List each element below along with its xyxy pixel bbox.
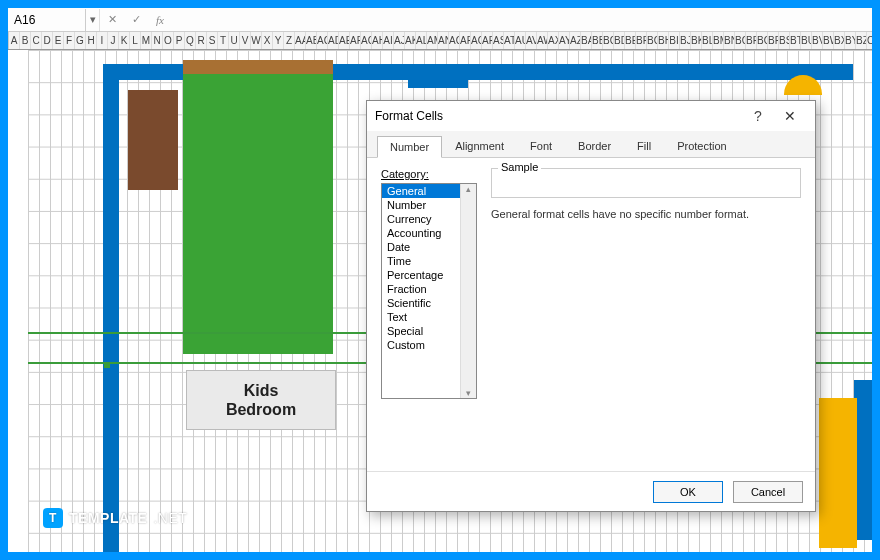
column-header[interactable]: B — [20, 32, 31, 49]
tab-border[interactable]: Border — [565, 135, 624, 157]
room-label-kids-bedroom[interactable]: Kids Bedroom — [186, 370, 336, 430]
column-header[interactable]: BS — [779, 32, 790, 49]
column-header[interactable]: D — [42, 32, 53, 49]
column-header[interactable]: M — [141, 32, 152, 49]
column-header[interactable]: BT — [790, 32, 801, 49]
column-header[interactable]: V — [240, 32, 251, 49]
column-header[interactable]: AK — [405, 32, 416, 49]
column-header[interactable]: AG — [361, 32, 372, 49]
ok-button[interactable]: OK — [653, 481, 723, 503]
column-header[interactable]: CA — [867, 32, 872, 49]
tab-fill[interactable]: Fill — [624, 135, 664, 157]
column-header[interactable]: N — [152, 32, 163, 49]
column-header[interactable]: BQ — [757, 32, 768, 49]
column-header[interactable]: T — [218, 32, 229, 49]
dialog-close-button[interactable]: ✕ — [773, 108, 807, 124]
column-header[interactable]: AU — [515, 32, 526, 49]
column-header[interactable]: BH — [658, 32, 669, 49]
column-header[interactable]: BF — [636, 32, 647, 49]
column-header[interactable]: BP — [746, 32, 757, 49]
cancel-button[interactable]: Cancel — [733, 481, 803, 503]
column-header[interactable]: BG — [647, 32, 658, 49]
column-header[interactable]: AV — [526, 32, 537, 49]
column-header[interactable]: BK — [691, 32, 702, 49]
column-header[interactable]: H — [86, 32, 97, 49]
column-header[interactable]: AW — [537, 32, 548, 49]
column-header[interactable]: O — [163, 32, 174, 49]
column-header[interactable]: BM — [713, 32, 724, 49]
column-header[interactable]: BR — [768, 32, 779, 49]
column-header[interactable]: AM — [427, 32, 438, 49]
column-header[interactable]: S — [207, 32, 218, 49]
column-header[interactable]: AN — [438, 32, 449, 49]
tab-protection[interactable]: Protection — [664, 135, 740, 157]
column-header[interactable]: BY — [845, 32, 856, 49]
scroll-up-icon[interactable]: ▴ — [466, 184, 471, 194]
column-header[interactable]: AT — [504, 32, 515, 49]
category-listbox[interactable]: GeneralNumberCurrencyAccountingDateTimeP… — [381, 183, 477, 399]
column-header[interactable]: AR — [482, 32, 493, 49]
column-header[interactable]: BW — [823, 32, 834, 49]
column-header[interactable]: BB — [592, 32, 603, 49]
column-header[interactable]: P — [174, 32, 185, 49]
column-header[interactable]: BO — [735, 32, 746, 49]
column-header[interactable]: I — [97, 32, 108, 49]
column-header[interactable]: AB — [306, 32, 317, 49]
column-header[interactable]: AC — [317, 32, 328, 49]
column-header[interactable]: BL — [702, 32, 713, 49]
column-header[interactable]: AH — [372, 32, 383, 49]
column-header[interactable]: BC — [603, 32, 614, 49]
column-header[interactable]: AE — [339, 32, 350, 49]
column-header[interactable]: U — [229, 32, 240, 49]
column-header[interactable]: AZ — [570, 32, 581, 49]
column-header[interactable]: BU — [801, 32, 812, 49]
column-header[interactable]: Y — [273, 32, 284, 49]
column-header[interactable]: C — [31, 32, 42, 49]
column-header[interactable]: Q — [185, 32, 196, 49]
cancel-formula-icon[interactable]: ✕ — [100, 9, 124, 31]
dialog-titlebar[interactable]: Format Cells ? ✕ — [367, 101, 815, 131]
column-header[interactable]: AL — [416, 32, 427, 49]
column-header[interactable]: G — [75, 32, 86, 49]
column-header[interactable]: BD — [614, 32, 625, 49]
column-header[interactable]: AS — [493, 32, 504, 49]
column-header[interactable]: X — [262, 32, 273, 49]
column-header[interactable]: BZ — [856, 32, 867, 49]
column-header[interactable]: AA — [295, 32, 306, 49]
column-header[interactable]: BA — [581, 32, 592, 49]
tab-alignment[interactable]: Alignment — [442, 135, 517, 157]
column-header[interactable]: A — [9, 32, 20, 49]
name-box[interactable]: A16 — [8, 9, 86, 31]
column-header[interactable]: BN — [724, 32, 735, 49]
column-header[interactable]: AJ — [394, 32, 405, 49]
column-header[interactable]: BX — [834, 32, 845, 49]
insert-function-icon[interactable]: fx — [148, 9, 172, 31]
scroll-down-icon[interactable]: ▾ — [466, 388, 471, 398]
column-header[interactable]: AP — [460, 32, 471, 49]
name-box-dropdown-icon[interactable]: ▾ — [86, 9, 100, 31]
confirm-formula-icon[interactable]: ✓ — [124, 9, 148, 31]
column-header[interactable]: BV — [812, 32, 823, 49]
column-header[interactable]: BE — [625, 32, 636, 49]
column-header[interactable]: AY — [559, 32, 570, 49]
column-header[interactable]: AQ — [471, 32, 482, 49]
tab-font[interactable]: Font — [517, 135, 565, 157]
column-header[interactable]: W — [251, 32, 262, 49]
column-header[interactable]: AF — [350, 32, 361, 49]
listbox-scrollbar[interactable]: ▴▾ — [460, 184, 476, 398]
column-header[interactable]: AO — [449, 32, 460, 49]
column-header[interactable]: Z — [284, 32, 295, 49]
column-header[interactable]: AX — [548, 32, 559, 49]
column-header[interactable]: AD — [328, 32, 339, 49]
column-header[interactable]: F — [64, 32, 75, 49]
column-header[interactable]: AI — [383, 32, 394, 49]
tab-number[interactable]: Number — [377, 136, 442, 158]
dialog-help-button[interactable]: ? — [743, 108, 773, 124]
column-header[interactable]: L — [130, 32, 141, 49]
column-header[interactable]: BJ — [680, 32, 691, 49]
column-header[interactable]: R — [196, 32, 207, 49]
column-header[interactable]: E — [53, 32, 64, 49]
column-header[interactable]: K — [119, 32, 130, 49]
column-header[interactable]: J — [108, 32, 119, 49]
column-header[interactable]: BI — [669, 32, 680, 49]
